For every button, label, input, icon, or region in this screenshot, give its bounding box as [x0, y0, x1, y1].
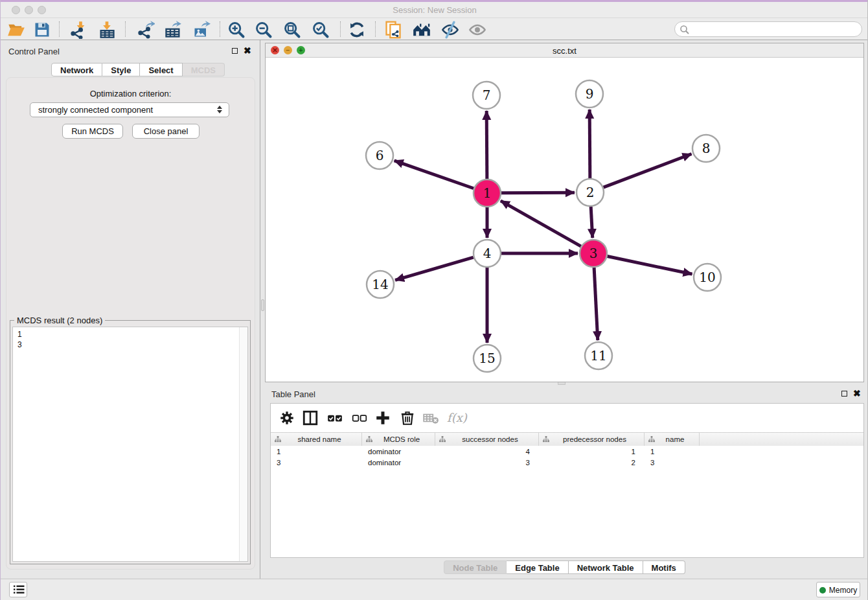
graph-edge-1-2[interactable] — [501, 192, 575, 193]
save-session-icon[interactable] — [33, 21, 51, 39]
optimization-criterion-label: Optimization criterion: — [6, 89, 255, 98]
toolbar-separator — [125, 21, 126, 37]
network-canvas[interactable]: 7968124314101511 — [266, 58, 863, 382]
open-session-icon[interactable] — [7, 21, 25, 39]
column-header-name[interactable]: name — [645, 433, 700, 446]
tab-motifs[interactable]: Motifs — [643, 560, 685, 574]
tab-select[interactable]: Select — [140, 63, 182, 76]
svg-text:3: 3 — [589, 246, 598, 261]
vertical-splitter[interactable] — [260, 40, 265, 579]
zoom-selected-icon[interactable] — [312, 21, 330, 39]
export-network-icon[interactable] — [137, 21, 155, 39]
graph-node-10[interactable]: 10 — [694, 264, 721, 291]
table-cell[interactable]: 2 — [539, 457, 645, 468]
graph-edge-1-7[interactable] — [486, 111, 487, 179]
tab-mcds[interactable]: MCDS — [183, 63, 225, 76]
network-window-titlebar[interactable]: ✕ − + scc.txt — [266, 43, 863, 58]
search-field[interactable] — [692, 23, 857, 35]
graph-edge-3-10[interactable] — [608, 257, 692, 275]
import-table-icon[interactable] — [98, 21, 116, 39]
graph-node-9[interactable]: 9 — [576, 80, 603, 108]
graph-edge-2-9[interactable] — [589, 110, 590, 178]
table-cell[interactable]: 3 — [271, 457, 362, 468]
function-icon[interactable]: f(x) — [447, 410, 473, 426]
table-toolbar: f(x) — [271, 404, 863, 431]
zoom-out-icon[interactable] — [255, 21, 273, 39]
import-network-icon[interactable] — [69, 21, 87, 39]
float-table-panel-icon[interactable] — [841, 391, 847, 397]
clone-network-icon[interactable] — [384, 21, 402, 39]
delete-icon[interactable] — [399, 410, 416, 426]
svg-text:8: 8 — [702, 141, 711, 156]
search-input[interactable] — [674, 21, 862, 37]
graph-node-2[interactable]: 2 — [577, 179, 604, 206]
table-row[interactable]: 3dominator323 — [271, 457, 863, 468]
tab-edge-table[interactable]: Edge Table — [507, 560, 568, 574]
table-cell[interactable]: 4 — [435, 446, 539, 457]
tab-style[interactable]: Style — [102, 63, 140, 76]
clear-checkboxes-icon[interactable] — [351, 410, 368, 426]
graph-node-11[interactable]: 11 — [585, 342, 612, 369]
memory-button[interactable]: Memory — [816, 582, 860, 597]
split-columns-icon[interactable] — [302, 410, 319, 426]
close-table-panel-icon[interactable]: ✖ — [853, 390, 861, 397]
add-column-icon[interactable] — [374, 410, 391, 426]
table-cell[interactable]: 1 — [539, 446, 645, 457]
close-panel-icon[interactable]: ✖ — [244, 47, 251, 54]
graph-edge-1-6[interactable] — [394, 161, 474, 189]
tab-node-table[interactable]: Node Table — [444, 560, 507, 574]
table-cell[interactable]: 3 — [435, 457, 539, 468]
task-history-button[interactable] — [9, 582, 27, 597]
window-title: Session: New Session — [1, 5, 868, 15]
result-line: 3 — [17, 340, 22, 350]
toolbar-separator — [59, 21, 60, 37]
result-scrollbar[interactable] — [239, 327, 247, 561]
control-panel-title: Control Panel — [8, 47, 60, 56]
houses-icon[interactable] — [413, 21, 431, 39]
tab-network-table[interactable]: Network Table — [569, 560, 643, 574]
table-cell[interactable]: 3 — [645, 457, 700, 468]
tab-network[interactable]: Network — [51, 63, 102, 76]
zoom-fit-icon[interactable] — [283, 21, 301, 39]
column-header-mcds-role[interactable]: MCDS role — [362, 433, 435, 446]
table-row[interactable]: 1dominator411 — [271, 446, 863, 457]
graph-node-1[interactable]: 1 — [474, 179, 501, 207]
graph-node-14[interactable]: 14 — [367, 271, 394, 298]
select-all-checkboxes-icon[interactable] — [326, 410, 343, 426]
graph-edge-2-3[interactable] — [591, 207, 593, 238]
table-panel-tabs: Node TableEdge TableNetwork TableMotifs — [265, 560, 864, 574]
graph-node-4[interactable]: 4 — [474, 240, 501, 267]
mcds-result-textarea[interactable]: 13 — [12, 327, 248, 562]
search-icon — [680, 25, 690, 35]
column-header-successor-nodes[interactable]: successor nodes — [435, 433, 539, 446]
splitter-handle[interactable] — [261, 299, 264, 311]
float-panel-icon[interactable] — [232, 48, 238, 54]
export-table-icon[interactable] — [164, 21, 182, 39]
graph-node-15[interactable]: 15 — [474, 345, 501, 372]
graph-edge-2-8[interactable] — [604, 154, 692, 188]
gear-icon[interactable] — [279, 410, 295, 426]
table-cell[interactable]: 1 — [271, 446, 362, 457]
table-cell[interactable]: 1 — [645, 446, 700, 457]
graph-edge-4-14[interactable] — [395, 257, 474, 280]
delete-table-icon[interactable] — [422, 410, 439, 426]
chevron-up-down-icon — [217, 104, 223, 116]
column-header-shared-name[interactable]: shared name — [271, 433, 362, 446]
export-image-icon[interactable] — [192, 21, 211, 39]
apply-layout-icon[interactable] — [348, 21, 366, 39]
run-mcds-button[interactable]: Run MCDS — [62, 124, 123, 139]
show-all-icon[interactable] — [468, 21, 486, 39]
graph-node-3[interactable]: 3 — [580, 240, 607, 267]
graph-node-8[interactable]: 8 — [692, 135, 720, 162]
graph-node-7[interactable]: 7 — [473, 82, 500, 109]
criterion-dropdown[interactable]: strongly connected component — [30, 102, 229, 117]
graph-edge-3-11[interactable] — [594, 268, 598, 340]
graph-node-6[interactable]: 6 — [366, 142, 393, 169]
column-header-predecessor-nodes[interactable]: predecessor nodes — [539, 433, 645, 446]
table-cell[interactable]: dominator — [362, 457, 435, 468]
zoom-in-icon[interactable] — [227, 21, 246, 39]
graph-edge-3-1[interactable] — [501, 201, 581, 246]
close-panel-button[interactable]: Close panel — [132, 124, 200, 139]
hide-selected-icon[interactable] — [441, 21, 459, 39]
table-cell[interactable]: dominator — [362, 446, 435, 457]
